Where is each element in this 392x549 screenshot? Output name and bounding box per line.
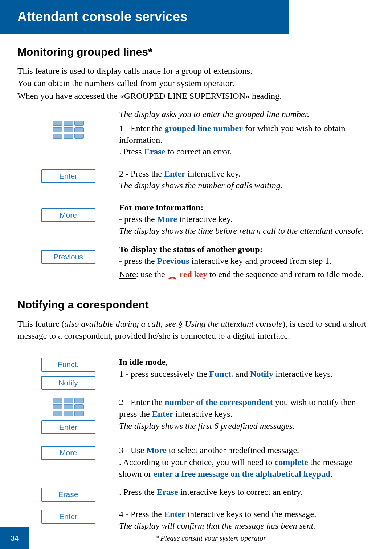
text: . Press	[119, 147, 144, 156]
icon-column: More	[17, 444, 119, 460]
step-row: More 3 - Use More to select another pred…	[17, 444, 375, 480]
text: 1 - press successively the	[119, 369, 209, 379]
softkey-enter[interactable]: Enter	[41, 510, 95, 524]
emphasis-red-key: red key	[180, 270, 207, 279]
emphasis-erase: Erase	[144, 147, 166, 156]
text: 2 - Press the	[119, 169, 164, 178]
text: interactive keys to send the message.	[185, 509, 317, 519]
emphasis-grouped-line-number: grouped line number	[164, 124, 243, 133]
step-row: Enter 2 - Enter the number of the corres…	[17, 396, 375, 434]
step-row: The display asks you to enter the groupe…	[17, 108, 375, 158]
page-content: Monitoring grouped lines* This feature i…	[0, 45, 392, 532]
step-text: For more information: - press the More i…	[119, 202, 375, 237]
section-1-title: Monitoring grouped lines*	[17, 45, 375, 62]
step-text: 3 - Use More to select another predefine…	[119, 444, 375, 480]
emphasis-funct: Funct.	[209, 369, 233, 379]
step-row: Enter 2 - Press the Enter interactive ke…	[17, 168, 375, 191]
text: - press the	[119, 214, 157, 224]
text: .	[330, 469, 332, 479]
text: to end the sequence and return to idle m…	[207, 270, 364, 279]
text: This feature (	[17, 319, 64, 328]
text: interactive key and proceed from step 1.	[189, 256, 332, 266]
icon-column	[17, 108, 119, 139]
text: interactive keys.	[273, 369, 332, 379]
page-header: Attendant console services	[0, 0, 289, 34]
keypad-icon	[53, 398, 84, 416]
section-1-intro: This feature is used to display calls ma…	[17, 65, 375, 102]
emphasis-enter: Enter	[152, 409, 173, 419]
italic-text: The display shows the first 6 predefined…	[119, 420, 375, 432]
text: : use the	[136, 270, 167, 279]
page-number: 34	[0, 527, 29, 549]
page-title: Attendant console services	[17, 9, 187, 24]
step-text: In idle mode, 1 - press successively the…	[119, 356, 375, 380]
intro-line: When you have accessed the «GROUPED LINE…	[17, 90, 375, 102]
text: . Press the	[119, 487, 157, 497]
emphasis-enter: Enter	[164, 509, 185, 519]
icon-column: Erase	[17, 486, 119, 501]
emphasis-complete: complete	[275, 457, 308, 467]
emphasis-more: More	[157, 214, 177, 224]
softkey-more[interactable]: More	[41, 446, 95, 460]
emphasis-notify: Notify	[250, 369, 273, 379]
intro-line: You can obtain the numbers called from y…	[17, 77, 375, 89]
footnote: * Please consult your system operator	[29, 533, 392, 543]
italic-text: The display shows the number of calls wa…	[119, 179, 375, 191]
text: 4 - Press the	[119, 509, 164, 519]
step-text: To display the status of another group: …	[119, 243, 375, 280]
italic-text: The display shows the time before return…	[119, 225, 375, 237]
softkey-more[interactable]: More	[41, 208, 95, 222]
step-row: More For more information: - press the M…	[17, 202, 375, 237]
subheading-more-info: For more information:	[119, 203, 203, 212]
icon-column: Previous	[17, 243, 119, 264]
keypad-icon	[53, 121, 84, 139]
step-row: Erase . Press the Erase interactive keys…	[17, 486, 375, 501]
step-text: . Press the Erase interactive keys to co…	[119, 486, 375, 498]
prompt-text: The display asks you to enter the groupe…	[119, 108, 375, 120]
emphasis-more: More	[146, 445, 167, 455]
softkey-notify[interactable]: Notify	[41, 376, 95, 390]
text: - press the	[119, 256, 157, 266]
emphasis-previous: Previous	[157, 256, 189, 266]
section-2-title: Notifying a corespondent	[17, 298, 375, 315]
icon-column: Funct. Notify	[17, 356, 119, 390]
icon-column: Enter	[17, 168, 119, 183]
italic-text: also available during a call, see § Usin…	[64, 319, 282, 328]
text: interactive key.	[185, 169, 241, 178]
emphasis-enter: Enter	[164, 169, 185, 178]
step-row: Previous To display the status of anothe…	[17, 243, 375, 280]
emphasis-correspondent-number: number of the correspondent	[164, 397, 273, 407]
subheading-another-group: To display the status of another group:	[119, 245, 263, 254]
subheading-idle-mode: In idle mode,	[119, 357, 168, 367]
emphasis-free-message: enter a free message on the alphabetical…	[154, 469, 331, 479]
page-footer: 34 * Please consult your system operator	[0, 527, 392, 549]
text: interactive key.	[177, 214, 232, 224]
emphasis-erase: Erase	[157, 487, 178, 497]
intro-line: This feature is used to display calls ma…	[17, 65, 375, 77]
text: interactive keys.	[173, 409, 232, 419]
step-row: Funct. Notify In idle mode, 1 - press su…	[17, 356, 375, 390]
step-text: 2 - Enter the number of the corresponden…	[119, 396, 375, 432]
text: to select another predefined message.	[167, 445, 299, 455]
softkey-funct[interactable]: Funct.	[41, 358, 95, 371]
step-text: The display asks you to enter the groupe…	[119, 108, 375, 158]
text: 1 - Enter the	[119, 124, 164, 133]
note-label: Note	[119, 270, 136, 279]
softkey-enter[interactable]: Enter	[41, 420, 95, 434]
icon-column: Enter	[17, 396, 119, 434]
step-text: 2 - Press the Enter interactive key. The…	[119, 168, 375, 191]
text: . According to your choice, you will nee…	[119, 457, 275, 467]
text: 2 - Enter the	[119, 397, 164, 407]
section-2-intro: This feature (also available during a ca…	[17, 318, 375, 342]
text: to correct an error.	[165, 147, 232, 156]
softkey-previous[interactable]: Previous	[41, 250, 95, 264]
text: interactive keys to correct an entry.	[178, 487, 303, 497]
softkey-enter[interactable]: Enter	[41, 169, 95, 183]
text: and	[233, 369, 250, 379]
phone-handset-icon	[167, 272, 177, 278]
icon-column: More	[17, 202, 119, 222]
softkey-erase[interactable]: Erase	[41, 488, 95, 501]
icon-column: Enter	[17, 508, 119, 524]
text: 3 - Use	[119, 445, 146, 455]
